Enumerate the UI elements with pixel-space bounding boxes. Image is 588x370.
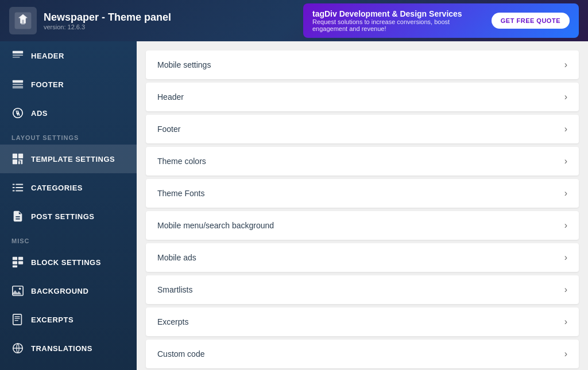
app-version: version: 12.6.3 xyxy=(44,24,171,30)
chevron-right-icon-footer-section: › xyxy=(564,124,567,134)
sidebar-item-background[interactable]: BACKGROUND xyxy=(0,276,137,305)
accordion-label-excerpts-section: Excerpts xyxy=(157,317,188,326)
sidebar-item-footer[interactable]: FOOTER xyxy=(0,70,137,99)
ad-title: tagDiv Development & Design Services xyxy=(312,9,482,18)
sidebar-item-template-settings[interactable]: TEMPLATE SETTINGS xyxy=(0,145,137,173)
svg-rect-24 xyxy=(13,261,17,264)
accordion-item-theme-colors: Theme colors› xyxy=(146,147,579,176)
accordion-header-smartlists[interactable]: Smartlists› xyxy=(146,275,579,304)
ad-cta-button[interactable]: GET FREE QUOTE xyxy=(492,13,570,29)
logo-area: Newspaper - Theme panel version: 12.6.3 xyxy=(9,7,171,34)
chevron-right-icon-smartlists: › xyxy=(564,285,567,295)
chevron-right-icon-custom-code: › xyxy=(564,349,567,359)
svg-rect-19 xyxy=(16,187,23,188)
sidebar-item-block-settings[interactable]: BLOCK SETTINGS xyxy=(0,248,137,276)
sidebar-label-excerpts: EXCERPTS xyxy=(31,316,74,324)
logo-icon xyxy=(9,7,37,34)
svg-rect-30 xyxy=(15,317,20,317)
top-bar: Newspaper - Theme panel version: 12.6.3 … xyxy=(0,0,588,41)
sidebar: HEADER FOOTER ADS LAYOUT SETTING xyxy=(0,41,137,370)
sidebar-item-ads[interactable]: ADS xyxy=(0,99,137,127)
accordion-label-theme-colors: Theme colors xyxy=(157,157,206,166)
svg-point-28 xyxy=(19,288,21,290)
accordion-item-mobile-menu: Mobile menu/search background› xyxy=(146,211,579,240)
accordion-list: Mobile settings›Header›Footer›Theme colo… xyxy=(146,50,579,368)
accordion-header-theme-colors[interactable]: Theme colors› xyxy=(146,147,579,176)
svg-rect-3 xyxy=(13,51,23,54)
header-icon xyxy=(11,49,24,62)
sidebar-item-excerpts[interactable]: EXCERPTS xyxy=(0,305,137,334)
svg-rect-12 xyxy=(13,159,17,164)
svg-rect-4 xyxy=(13,54,23,56)
accordion-label-mobile-menu: Mobile menu/search background xyxy=(157,221,274,230)
categories-icon xyxy=(11,181,24,194)
template-settings-icon xyxy=(11,153,24,165)
accordion-item-footer-section: Footer› xyxy=(146,115,579,143)
svg-rect-8 xyxy=(13,86,23,89)
sidebar-label-categories: CATEGORIES xyxy=(31,184,83,192)
accordion-header-header-section[interactable]: Header› xyxy=(146,83,579,111)
sidebar-label-translations: TRANSLATIONS xyxy=(31,344,92,353)
svg-point-9 xyxy=(13,108,23,118)
svg-rect-20 xyxy=(13,190,15,192)
accordion-label-smartlists: Smartlists xyxy=(157,285,192,294)
translations-icon xyxy=(11,342,24,355)
svg-rect-5 xyxy=(13,57,20,58)
sidebar-label-post-settings: POST SETTINGS xyxy=(31,212,95,221)
svg-rect-13 xyxy=(18,161,20,165)
excerpts-icon xyxy=(11,313,24,326)
sidebar-item-header[interactable]: HEADER xyxy=(0,41,137,70)
accordion-label-header-section: Header xyxy=(157,92,184,102)
app-title: Newspaper - Theme panel xyxy=(44,11,171,24)
accordion-header-theme-fonts[interactable]: Theme Fonts› xyxy=(146,179,579,208)
accordion-item-custom-code: Custom code› xyxy=(146,340,579,368)
brand-logo-svg xyxy=(14,11,32,30)
chevron-right-icon-mobile-ads: › xyxy=(564,252,567,263)
accordion-item-smartlists: Smartlists› xyxy=(146,275,579,304)
sidebar-label-template: TEMPLATE SETTINGS xyxy=(31,155,115,163)
accordion-label-custom-code: Custom code xyxy=(157,349,204,359)
sidebar-label-footer: FOOTER xyxy=(31,80,64,89)
svg-rect-6 xyxy=(13,80,23,83)
accordion-item-theme-fonts: Theme Fonts› xyxy=(146,179,579,208)
accordion-header-mobile-menu[interactable]: Mobile menu/search background› xyxy=(146,211,579,240)
accordion-item-mobile-settings: Mobile settings› xyxy=(146,50,579,79)
svg-rect-21 xyxy=(16,190,23,192)
svg-rect-32 xyxy=(15,320,18,321)
accordion-item-mobile-ads: Mobile ads› xyxy=(146,243,579,272)
ad-subtitle: Request solutions to increase conversion… xyxy=(312,18,482,32)
section-label-misc: MISC xyxy=(0,231,137,248)
svg-rect-22 xyxy=(13,257,17,260)
svg-rect-11 xyxy=(18,154,23,158)
sidebar-label-background: BACKGROUND xyxy=(31,287,88,295)
sidebar-item-translations[interactable]: TRANSLATIONS xyxy=(0,334,137,363)
logo-text: Newspaper - Theme panel version: 12.6.3 xyxy=(44,11,171,30)
chevron-right-icon-theme-fonts: › xyxy=(564,188,567,198)
sidebar-item-categories[interactable]: CATEGORIES xyxy=(0,173,137,202)
sidebar-item-post-settings[interactable]: POST SETTINGS xyxy=(0,202,137,231)
svg-rect-16 xyxy=(13,184,15,185)
sidebar-label-ads: ADS xyxy=(31,109,48,118)
accordion-header-footer-section[interactable]: Footer› xyxy=(146,115,579,143)
accordion-label-mobile-settings: Mobile settings xyxy=(157,60,211,69)
svg-rect-18 xyxy=(13,187,15,188)
section-label-layout: LAYOUT SETTINGS xyxy=(0,127,137,145)
background-icon xyxy=(11,285,24,297)
accordion-header-mobile-ads[interactable]: Mobile ads› xyxy=(146,243,579,272)
svg-rect-15 xyxy=(18,159,22,161)
chevron-right-icon-excerpts-section: › xyxy=(564,317,567,327)
accordion-header-custom-code[interactable]: Custom code› xyxy=(146,340,579,368)
footer-icon xyxy=(11,78,24,91)
main-layout: HEADER FOOTER ADS LAYOUT SETTING xyxy=(0,41,588,370)
svg-rect-29 xyxy=(13,314,22,325)
accordion-item-excerpts-section: Excerpts› xyxy=(146,307,579,336)
accordion-label-footer-section: Footer xyxy=(157,124,180,134)
svg-rect-25 xyxy=(18,261,23,264)
ad-banner: tagDiv Development & Design Services Req… xyxy=(303,3,579,38)
accordion-label-theme-fonts: Theme Fonts xyxy=(157,189,204,198)
accordion-header-mobile-settings[interactable]: Mobile settings› xyxy=(146,50,579,79)
accordion-label-mobile-ads: Mobile ads xyxy=(157,253,196,262)
accordion-header-excerpts-section[interactable]: Excerpts› xyxy=(146,307,579,336)
svg-rect-23 xyxy=(18,257,23,260)
chevron-right-icon-theme-colors: › xyxy=(564,156,567,166)
